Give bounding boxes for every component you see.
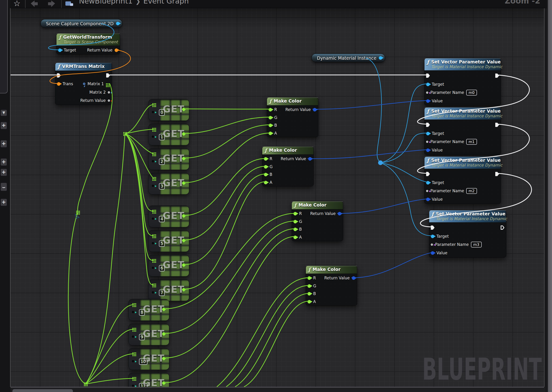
return-value-output-pin[interactable] [313, 108, 316, 112]
node-array-get-9[interactable]: GET 9 [129, 324, 169, 345]
node-array-get-6[interactable]: GET 6 [148, 255, 189, 277]
return-value-output-pin[interactable] [115, 49, 118, 52]
node-vrm-trans-matrix[interactable]: ƒ VRMTrans Matrix Trans Matrix 1 Matrix … [55, 63, 112, 105]
return-value-output-pin[interactable] [338, 212, 341, 216]
add-macro-button[interactable]: + [0, 158, 7, 166]
b-input-pin[interactable] [294, 228, 297, 231]
add-variable-button[interactable]: + [0, 168, 7, 176]
node-array-get-4[interactable]: GET 4 [148, 206, 189, 227]
pin-row-trans[interactable]: Trans [57, 81, 73, 87]
exec-in-pin[interactable] [426, 123, 430, 127]
array-input-pin[interactable] [152, 234, 153, 235]
parameter-name-input-pin[interactable] [431, 244, 433, 246]
index-field[interactable]: 1 [159, 134, 165, 140]
node-array-get-11[interactable]: GET 11 [129, 373, 169, 387]
value-input-pin[interactable] [426, 99, 430, 103]
return-value-output-pin[interactable] [352, 276, 355, 280]
favorite-star-icon[interactable]: ☆ [13, 0, 20, 8]
value-input-pin[interactable] [426, 198, 430, 201]
index-field[interactable]: 5 [159, 240, 165, 247]
node-make-color-3[interactable]: ƒ Make Color R Return Value G B A [292, 201, 343, 241]
target-input-pin[interactable] [426, 83, 430, 86]
index-field[interactable]: 9 [139, 334, 145, 340]
node-get-world-transform[interactable]: ƒ GetWorldTransform Target is Scene Comp… [56, 33, 120, 54]
parameter-name-input-pin[interactable] [426, 91, 428, 94]
parameter-name-field[interactable]: m2 [466, 188, 477, 194]
b-input-pin[interactable] [264, 173, 267, 176]
node-make-color-1[interactable]: ƒ Make Color R Return Value G B A [267, 97, 318, 137]
event-graph-canvas[interactable]: BLUEPRINT Scene Capture Component 2D Dyn… [11, 8, 544, 387]
index-input-pin[interactable] [152, 267, 154, 269]
node-set-vector-parameter-2[interactable]: ƒ Set Vector Parameter Value Target is M… [424, 107, 501, 155]
index-input-pin[interactable] [152, 217, 154, 220]
index-field[interactable]: 8 [139, 309, 145, 316]
value-input-pin[interactable] [426, 148, 430, 152]
target-input-pin[interactable] [431, 235, 434, 238]
r-input-pin[interactable] [294, 212, 297, 216]
index-input-pin[interactable] [132, 360, 134, 362]
parameter-name-input-pin[interactable] [426, 141, 428, 143]
node-set-vector-parameter-4[interactable]: ƒ Set Vector Parameter Value Target is M… [429, 210, 506, 258]
index-input-pin[interactable] [152, 185, 154, 187]
matrix1-array-output-pin[interactable] [106, 83, 107, 84]
index-input-pin[interactable] [132, 385, 134, 387]
index-field[interactable]: 6 [159, 265, 165, 271]
pin-row-matrix1[interactable]: Matrix 1 [83, 81, 110, 87]
target-input-pin[interactable] [426, 132, 430, 135]
index-field[interactable]: 7 [159, 290, 165, 296]
node-array-get-7[interactable]: GET 7 [148, 279, 189, 301]
forward-arrow-icon[interactable] [48, 0, 55, 7]
r-input-pin[interactable] [269, 108, 272, 112]
index-input-pin[interactable] [152, 291, 154, 294]
pin-row-return[interactable]: Return Value [80, 98, 110, 104]
return-value-output-pin[interactable] [308, 157, 312, 161]
node-array-get-0[interactable]: GET 0 [148, 99, 189, 121]
exec-out-pin[interactable] [495, 74, 499, 78]
array-input-pin[interactable] [152, 128, 153, 129]
node-make-color-4[interactable]: ƒ Make Color R Return Value G B A [306, 266, 357, 306]
panel-dropdown-button[interactable]: ▼ [0, 110, 7, 116]
b-input-pin[interactable] [308, 292, 311, 295]
exec-in-pin[interactable] [426, 172, 430, 176]
index-input-pin[interactable] [132, 311, 134, 313]
array-input-pin[interactable] [152, 210, 153, 211]
exec-in-pin[interactable] [431, 225, 435, 230]
exec-out-pin[interactable] [106, 73, 110, 77]
array-input-pin[interactable] [132, 303, 133, 304]
object-output-pin[interactable] [379, 56, 382, 60]
parameter-name-field[interactable]: m3 [471, 242, 482, 247]
exec-in-row[interactable] [57, 72, 61, 78]
target-input-pin[interactable] [426, 181, 430, 184]
node-set-vector-parameter-3[interactable]: ƒ Set Vector Parameter Value Target is M… [424, 156, 501, 204]
trans-input-pin[interactable] [57, 82, 60, 86]
node-make-color-2[interactable]: ƒ Make Color R Return Value G B A [262, 146, 314, 186]
node-array-get-2[interactable]: GET 2 [148, 148, 189, 170]
node-array-get-1[interactable]: GET 1 [148, 124, 189, 145]
index-input-pin[interactable] [152, 242, 154, 244]
node-array-get-8[interactable]: GET 8 [129, 299, 169, 321]
exec-out-pin[interactable] [501, 225, 504, 230]
index-input-pin[interactable] [132, 336, 134, 338]
index-field[interactable]: 3 [159, 183, 165, 189]
b-input-pin[interactable] [269, 124, 272, 127]
tab-compiler-results[interactable]: Compiler Results [12, 389, 73, 392]
a-input-pin[interactable] [308, 300, 311, 303]
pin-row-target[interactable]: Target [58, 47, 76, 53]
g-input-pin[interactable] [294, 220, 297, 224]
add-dispatcher-button[interactable]: + [0, 199, 7, 206]
a-input-pin[interactable] [294, 236, 297, 239]
index-field[interactable]: 2 [159, 159, 165, 165]
index-input-pin[interactable] [152, 160, 154, 162]
array-input-pin[interactable] [152, 177, 153, 178]
index-input-pin[interactable] [152, 111, 154, 113]
pin-row-return[interactable]: Return Value [87, 47, 118, 53]
exec-in-pin[interactable] [426, 74, 430, 78]
array-input-pin[interactable] [132, 328, 133, 329]
back-arrow-icon[interactable] [31, 0, 38, 7]
g-input-pin[interactable] [308, 284, 311, 288]
node-array-get-5[interactable]: GET 5 [148, 230, 189, 252]
matrix2-output-pin[interactable] [108, 91, 110, 93]
parameter-name-field[interactable]: m0 [466, 90, 477, 96]
a-input-pin[interactable] [269, 132, 272, 135]
node-dynamic-material-instance[interactable]: Dynamic Material Instance [311, 54, 385, 62]
